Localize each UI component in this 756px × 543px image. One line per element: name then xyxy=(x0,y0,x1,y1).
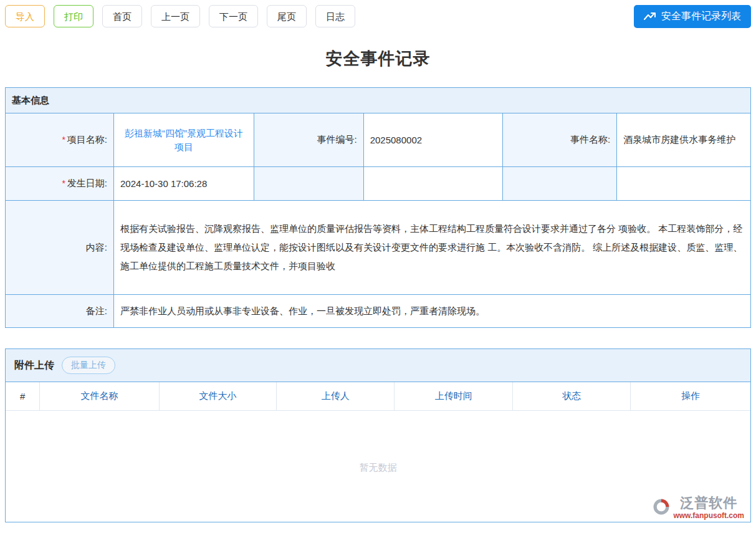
col-file-size: 文件大小 xyxy=(159,382,277,410)
first-page-button[interactable]: 首页 xyxy=(102,5,142,27)
empty-state-text: 暂无数据 xyxy=(6,462,750,474)
fanpu-logo-icon xyxy=(652,497,671,519)
col-actions: 操作 xyxy=(631,382,750,410)
vendor-watermark: 泛普软件 www.fanpusoft.com xyxy=(652,496,744,520)
prev-page-button[interactable]: 上一页 xyxy=(151,5,200,27)
col-upload-time: 上传时间 xyxy=(395,382,513,410)
info-row-2: *发生日期: 2024-10-30 17:06:28 xyxy=(6,167,751,201)
required-mark: * xyxy=(62,178,65,188)
log-button[interactable]: 日志 xyxy=(315,5,355,27)
next-page-button[interactable]: 下一页 xyxy=(209,5,258,27)
basic-info-header-row: 基本信息 xyxy=(6,88,751,113)
content-value: 根据有关试验报告、沉降观察报告、监理单位的质量评估报告等资料，主体工程结构工程质… xyxy=(114,201,751,295)
last-page-button[interactable]: 尾页 xyxy=(267,5,307,27)
attachment-table: # 文件名称 文件大小 上传人 上传时间 状态 操作 xyxy=(6,382,750,411)
remark-row: 备注: 严禁非作业人员动用或从事非专业设备、作业，一旦被发现立即处罚，严重者清除… xyxy=(6,295,751,328)
col-file-name: 文件名称 xyxy=(40,382,159,410)
empty-label-cell xyxy=(254,167,363,201)
remark-value: 严禁非作业人员动用或从事非专业设备、作业，一旦被发现立即处罚，严重者清除现场。 xyxy=(114,295,751,328)
empty-label-cell xyxy=(503,167,617,201)
project-name-link[interactable]: 彭祖新城“四馆”景观工程设计项目 xyxy=(120,127,247,154)
content-label: 内容: xyxy=(6,201,114,295)
attachment-section: 附件上传 批量上传 # 文件名称 文件大小 上传人 上传时间 状态 操作 暂无数… xyxy=(5,348,751,522)
attachment-header: 附件上传 批量上传 xyxy=(6,349,750,382)
toolbar: 导入 打印 首页 上一页 下一页 尾页 日志 安全事件记录列表 xyxy=(5,5,751,29)
occur-date-value: 2024-10-30 17:06:28 xyxy=(114,167,254,201)
page-title: 安全事件记录 xyxy=(5,47,751,70)
info-row-1: *项目名称: 彭祖新城“四馆”景观工程设计项目 事件编号: 2025080002… xyxy=(6,113,751,167)
trending-up-icon xyxy=(644,12,656,21)
event-no-label: 事件编号: xyxy=(254,113,363,167)
col-status: 状态 xyxy=(513,382,631,410)
print-button[interactable]: 打印 xyxy=(54,5,93,27)
event-name-value: 酒泉城市房建供水事务维护 xyxy=(617,113,751,167)
batch-upload-button[interactable]: 批量上传 xyxy=(62,357,115,374)
col-uploader: 上传人 xyxy=(277,382,395,410)
attachment-section-title: 附件上传 xyxy=(14,359,54,372)
col-index: # xyxy=(6,382,40,410)
event-name-label: 事件名称: xyxy=(503,113,617,167)
basic-info-table: 基本信息 *项目名称: 彭祖新城“四馆”景观工程设计项目 事件编号: 20250… xyxy=(5,87,751,328)
empty-value-cell xyxy=(363,167,503,201)
attachment-table-header-row: # 文件名称 文件大小 上传人 上传时间 状态 操作 xyxy=(6,382,750,410)
empty-value-cell xyxy=(617,167,751,201)
record-list-button-label: 安全事件记录列表 xyxy=(661,10,741,23)
attachment-table-body: 暂无数据 xyxy=(6,411,750,522)
content-row: 内容: 根据有关试验报告、沉降观察报告、监理单位的质量评估报告等资料，主体工程结… xyxy=(6,201,751,295)
record-list-button[interactable]: 安全事件记录列表 xyxy=(634,5,751,28)
project-name-label: *项目名称: xyxy=(6,113,114,167)
watermark-url: www.fanpusoft.com xyxy=(673,511,744,520)
basic-info-section-title: 基本信息 xyxy=(6,88,751,113)
page: 导入 打印 首页 上一页 下一页 尾页 日志 安全事件记录列表 安全事件记录 基… xyxy=(0,0,756,543)
import-button[interactable]: 导入 xyxy=(5,5,45,27)
required-mark: * xyxy=(62,135,65,145)
remark-label: 备注: xyxy=(6,295,114,328)
project-name-cell: 彭祖新城“四馆”景观工程设计项目 xyxy=(114,113,254,167)
watermark-brand: 泛普软件 xyxy=(680,496,737,511)
occur-date-label: *发生日期: xyxy=(6,167,114,201)
event-no-value: 2025080002 xyxy=(363,113,503,167)
